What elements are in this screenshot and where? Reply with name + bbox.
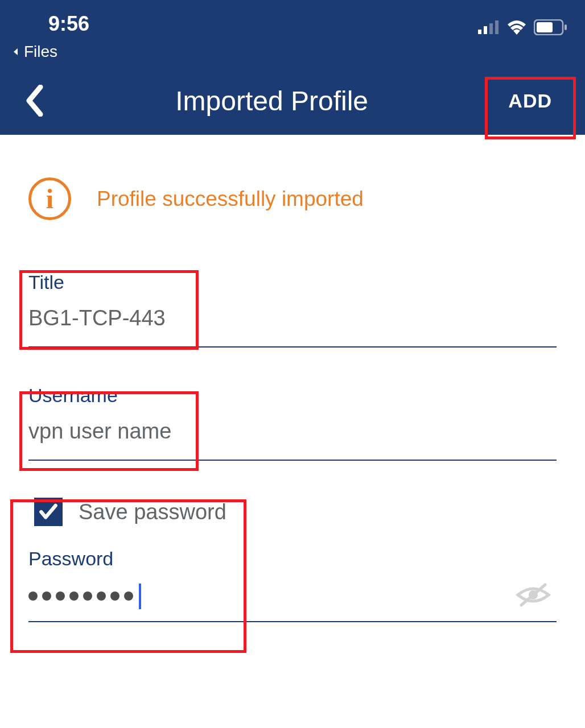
password-input[interactable]: [28, 584, 141, 609]
page-title: Imported Profile: [51, 85, 492, 117]
battery-icon: [534, 19, 568, 35]
back-triangle-icon: [11, 47, 20, 56]
password-mask-dot: [42, 592, 51, 601]
title-field-group: Title BG1-TCP-443: [28, 271, 557, 348]
info-banner: i Profile successfully imported: [28, 177, 557, 220]
cellular-icon: [478, 20, 500, 34]
content-area: i Profile successfully imported Title BG…: [0, 135, 585, 622]
svg-rect-3: [495, 20, 499, 34]
svg-rect-2: [489, 23, 493, 34]
svg-rect-5: [537, 22, 553, 32]
password-mask-dot: [28, 592, 38, 601]
save-password-row[interactable]: Save password: [28, 498, 557, 526]
save-password-label: Save password: [79, 500, 226, 524]
password-mask-dot: [83, 592, 92, 601]
password-mask-dot: [69, 592, 79, 601]
svg-rect-0: [478, 30, 481, 34]
text-cursor: [139, 584, 141, 609]
toggle-password-visibility[interactable]: [516, 582, 557, 610]
username-input[interactable]: vpn user name: [28, 419, 557, 461]
title-input[interactable]: BG1-TCP-443: [28, 306, 557, 348]
password-mask-dot: [97, 592, 106, 601]
svg-rect-6: [565, 24, 567, 30]
checkmark-icon: [38, 501, 59, 523]
svg-rect-1: [484, 26, 487, 34]
password-label: Password: [28, 548, 557, 570]
wifi-icon: [506, 20, 527, 35]
password-mask-dot: [56, 592, 65, 601]
info-message: Profile successfully imported: [97, 187, 364, 211]
nav-bar: Imported Profile ADD: [0, 67, 585, 135]
info-icon: i: [28, 177, 71, 220]
username-label: Username: [28, 384, 557, 407]
save-password-checkbox[interactable]: [34, 498, 63, 526]
status-time: 9:56: [17, 7, 89, 36]
eye-off-icon: [516, 582, 551, 607]
chevron-left-icon: [24, 85, 44, 117]
back-button[interactable]: [17, 84, 51, 118]
title-label: Title: [28, 271, 557, 293]
back-to-files[interactable]: Files: [0, 43, 585, 67]
username-field-group: Username vpn user name: [28, 384, 557, 461]
back-app-label: Files: [24, 43, 57, 61]
add-button[interactable]: ADD: [492, 80, 568, 122]
password-mask-dot: [124, 592, 133, 601]
password-section: Save password Password: [28, 498, 557, 622]
password-input-row[interactable]: [28, 582, 557, 622]
status-icons: [478, 8, 568, 35]
password-mask-dot: [110, 592, 120, 601]
status-bar: 9:56: [0, 0, 585, 43]
